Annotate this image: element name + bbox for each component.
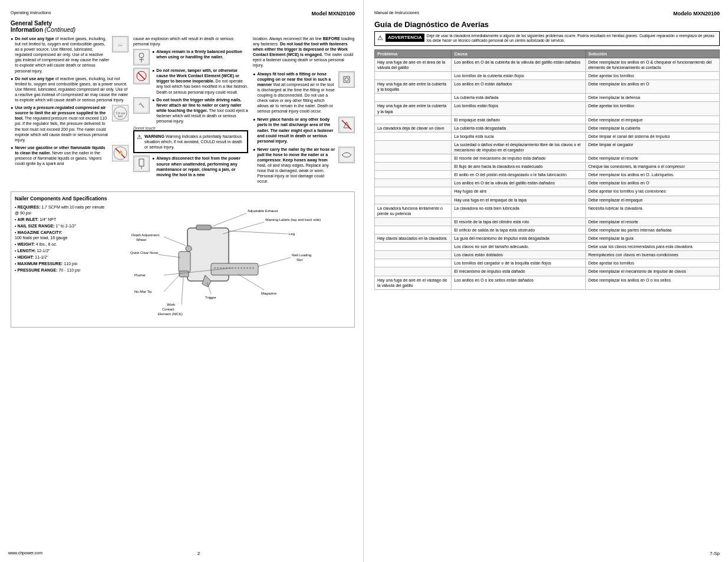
cell-problema: La clavadora funciona lentamente o pierd… bbox=[375, 204, 452, 217]
svg-text:🔥: 🔥 bbox=[118, 150, 123, 155]
cell-solucion: Debe limpiar el canal del sistema de imp… bbox=[585, 132, 719, 140]
spec-air-inlet: AIR INLET: 1/4" NPT bbox=[15, 217, 109, 222]
svg-text:Quick Clear Nose: Quick Clear Nose bbox=[130, 251, 159, 254]
bullet-pressure-regulated: ● Use only a pressure-regulated compress… bbox=[11, 105, 129, 143]
cell-causa: El anillo en O del pistón está desgastad… bbox=[452, 171, 585, 179]
table-row: Hay una fuga de aire en el vástago de la… bbox=[375, 276, 720, 289]
col-header-causa: Causa bbox=[452, 49, 585, 58]
cell-causa: Los anillos en O o los sellos están daña… bbox=[452, 276, 585, 289]
cell-solucion: Debe apretar los tornillos bbox=[585, 102, 719, 115]
cell-problema bbox=[375, 72, 452, 80]
nailer-section-title: Nailer Components And Specifications bbox=[15, 196, 351, 201]
cell-problema bbox=[375, 179, 452, 187]
bullet-never-place-hands: ● Never place hands or any other body pa… bbox=[253, 117, 355, 143]
spec-length: LENGTH: 12-1/2" bbox=[15, 248, 109, 253]
svg-text:📖: 📖 bbox=[118, 42, 123, 47]
img-do-not-tamper bbox=[133, 68, 150, 84]
cell-solucion: Debe apretar los tornillos bbox=[585, 72, 719, 80]
advertencia-triangle-icon: ⚠ bbox=[377, 34, 383, 42]
cell-causa: El flujo de aire hacia la clavadora es i… bbox=[452, 163, 585, 171]
svg-text:Leg: Leg bbox=[289, 232, 295, 236]
cell-solucion: Debe reemplazar los anillos en O. Lubríq… bbox=[585, 171, 719, 179]
svg-text:No-Mar Tip: No-Mar Tip bbox=[134, 290, 152, 293]
col-header-problema: Problema bbox=[375, 49, 452, 58]
advertencia-label: ADVERTENCIA bbox=[386, 34, 424, 42]
warning-triangle-icon: ⚠ bbox=[137, 134, 142, 140]
cell-problema bbox=[375, 187, 452, 196]
table-row: El resorte del mecanismo de impulso está… bbox=[375, 154, 720, 163]
left-page-footer: www.chpower.com 2 bbox=[0, 551, 363, 556]
left-page-header: Operating Instructions Model MXN20100 bbox=[11, 11, 355, 16]
cell-causa: Los clavos están doblados bbox=[452, 251, 585, 259]
table-row: El resorte de la tapa del cilindro está … bbox=[375, 217, 720, 226]
svg-line-37 bbox=[164, 237, 186, 246]
svg-text:Magazine: Magazine bbox=[261, 292, 277, 295]
cell-solucion: Debe reemplazar los anillos en O bbox=[585, 179, 719, 187]
bullet-no-gasoline: ● Never use gasoline or other flammable … bbox=[11, 145, 129, 166]
left-top-content: ● Do not use any type of reactive gases,… bbox=[11, 36, 355, 187]
cell-causa: El resorte del mecanismo de impulso está… bbox=[452, 154, 585, 163]
table-row: Los clavos están dobladosReemplácelos co… bbox=[375, 251, 720, 259]
svg-line-51 bbox=[238, 274, 264, 290]
cell-problema bbox=[375, 171, 452, 179]
cell-problema bbox=[375, 115, 452, 124]
table-row: Los tornillos del cargador o de la boqui… bbox=[375, 259, 720, 267]
bullet-always-fit-tool: ● Always fit tool with a fitting or hose… bbox=[253, 71, 355, 114]
diagnostic-title: Guía de Diagnóstico de Averías bbox=[374, 20, 720, 29]
svg-rect-18 bbox=[139, 159, 144, 166]
svg-point-31 bbox=[186, 246, 192, 252]
col3-reconnect-text: location. Always reconnect the air line … bbox=[253, 36, 355, 68]
cell-causa: El mecanismo de impulso está dañado bbox=[452, 267, 585, 276]
svg-text:Warning Labels (top and back s: Warning Labels (top and back side) bbox=[265, 218, 321, 222]
svg-line-55 bbox=[182, 277, 183, 305]
cell-causa: La cubierta está desgastada bbox=[452, 124, 585, 132]
cell-problema bbox=[375, 251, 452, 259]
cell-causa: El resorte de la tapa del cilindro está … bbox=[452, 217, 585, 226]
cell-solucion: Debe apretar los tornillos y las conexio… bbox=[585, 187, 719, 196]
svg-rect-30 bbox=[196, 225, 211, 230]
cell-problema bbox=[375, 196, 452, 204]
cell-causa: La guía del mecanismo de impulso está de… bbox=[452, 234, 585, 243]
cell-problema: Hay una fuga de aire entre la cubierta y… bbox=[375, 102, 452, 115]
table-row: Los clavos no son del tamaño adecuado.De… bbox=[375, 243, 720, 251]
svg-point-22 bbox=[345, 78, 348, 81]
cell-problema bbox=[375, 94, 452, 102]
cell-causa: Hay fugas de aire bbox=[452, 187, 585, 196]
table-row: El orificio de salida de la tapa está ob… bbox=[375, 226, 720, 234]
col-header-solucion: Solución bbox=[585, 49, 719, 58]
cell-problema: La clavadora deja de clavar un clavo bbox=[375, 124, 452, 132]
right-header-manual: Manual de Instrucciones bbox=[374, 11, 419, 16]
cell-causa: El orificio de salida de la tapa está ob… bbox=[452, 226, 585, 234]
svg-text:Slot: Slot bbox=[297, 258, 303, 262]
spec-requires: REQUIRES: 1.7 SCFM with 10 nails per min… bbox=[15, 204, 109, 215]
cell-problema bbox=[375, 140, 452, 154]
svg-line-42 bbox=[158, 254, 180, 257]
cell-solucion: Debe reemplazar el resorte bbox=[585, 154, 719, 163]
svg-text:Pusher: Pusher bbox=[134, 273, 146, 277]
cell-problema bbox=[375, 154, 452, 163]
spec-nail-size: NAIL SIZE RANGE: 1" to 2-1/2" bbox=[15, 223, 109, 229]
img-pressure-gauge: 110 psi MAX bbox=[112, 105, 129, 121]
right-page: Manual de Instrucciones Modelo MXN20100 … bbox=[364, 0, 728, 562]
spec-weight: WEIGHT: 4 lbs., 8 oz. bbox=[15, 242, 109, 247]
cell-solucion: Debe reemplazar la guía bbox=[585, 234, 719, 243]
table-row: Hay una fuga de aire en el área de la vá… bbox=[375, 58, 720, 71]
cell-causa: Los anillos en O de la válvula del gatil… bbox=[452, 179, 585, 187]
bullet-read-text: Do not use any type of reactive gases, i… bbox=[15, 36, 110, 74]
advertencia-box: ⚠ ADVERTENCIA Deje de usar la clavadora … bbox=[374, 31, 720, 46]
svg-rect-29 bbox=[179, 271, 189, 277]
table-row: Los anillos en O de la válvula del gatil… bbox=[375, 179, 720, 187]
table-row: La boquilla está suciaDebe limpiar el ca… bbox=[375, 132, 720, 140]
cell-causa: La clavadora no está bien lubricada bbox=[452, 204, 585, 217]
cell-solucion: Debe reemplazar las partes internas daña… bbox=[585, 226, 719, 234]
bullet-do-not-remove: ● Do not remove, tamper with, or otherwi… bbox=[133, 68, 248, 94]
svg-text:Nail Loading: Nail Loading bbox=[292, 253, 311, 257]
cell-solucion: Debe reemplazar el empaque bbox=[585, 115, 719, 124]
svg-text:Contact: Contact bbox=[162, 308, 174, 311]
spec-pressure-range: PRESSURE RANGE: 70 - 110 psi bbox=[15, 267, 109, 273]
table-header-row: Problema Causa Solución bbox=[375, 49, 720, 58]
cell-problema: Hay una fuga de aire en el área de la vá… bbox=[375, 58, 452, 71]
bullet-reactive-gases: ● Do not use any type of reactive gases,… bbox=[11, 76, 129, 103]
img-balanced bbox=[133, 49, 150, 65]
img-no-gasoline: 🔥 bbox=[112, 145, 129, 161]
